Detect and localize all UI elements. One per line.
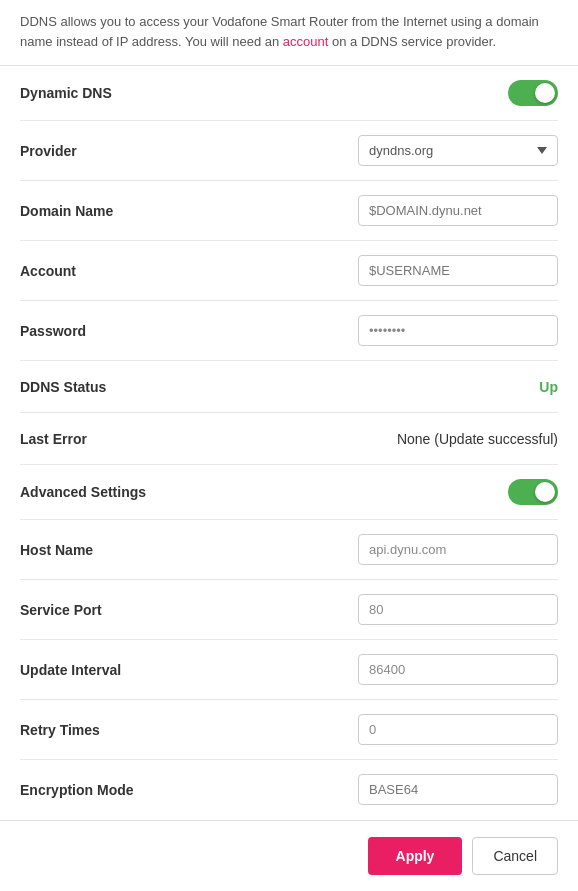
retry-times-label: Retry Times: [20, 722, 100, 738]
description-text: DDNS allows you to access your Vodafone …: [0, 0, 578, 66]
cancel-button[interactable]: Cancel: [472, 837, 558, 875]
form-section: Dynamic DNS Provider dyndns.org no-ip.co…: [0, 66, 578, 820]
host-name-input[interactable]: [358, 534, 558, 565]
domain-name-row: Domain Name: [20, 181, 558, 241]
dynamic-dns-label: Dynamic DNS: [20, 85, 112, 101]
last-error-value: None (Update successful): [397, 431, 558, 447]
update-interval-input[interactable]: [358, 654, 558, 685]
last-error-row: Last Error None (Update successful): [20, 413, 558, 465]
toggle-thumb: [535, 83, 555, 103]
footer-buttons: Apply Cancel: [0, 820, 578, 891]
domain-name-label: Domain Name: [20, 203, 113, 219]
host-name-label: Host Name: [20, 542, 93, 558]
account-link[interactable]: account: [283, 34, 329, 49]
ddns-status-value: Up: [539, 379, 558, 395]
dynamic-dns-toggle[interactable]: [508, 80, 558, 106]
advanced-settings-toggle[interactable]: [508, 479, 558, 505]
description-after: on a DDNS service provider.: [328, 34, 496, 49]
page-container: DDNS allows you to access your Vodafone …: [0, 0, 578, 891]
advanced-toggle-thumb: [535, 482, 555, 502]
domain-name-input[interactable]: [358, 195, 558, 226]
update-interval-label: Update Interval: [20, 662, 121, 678]
account-label: Account: [20, 263, 76, 279]
advanced-settings-label: Advanced Settings: [20, 484, 146, 500]
password-input[interactable]: [358, 315, 558, 346]
advanced-settings-row: Advanced Settings: [20, 465, 558, 520]
password-row: Password: [20, 301, 558, 361]
service-port-label: Service Port: [20, 602, 102, 618]
provider-select[interactable]: dyndns.org no-ip.com dynu.com zoneedit.c…: [358, 135, 558, 166]
ddns-status-label: DDNS Status: [20, 379, 106, 395]
apply-button[interactable]: Apply: [368, 837, 463, 875]
host-name-row: Host Name: [20, 520, 558, 580]
last-error-label: Last Error: [20, 431, 87, 447]
retry-times-row: Retry Times: [20, 700, 558, 760]
service-port-row: Service Port: [20, 580, 558, 640]
retry-times-input[interactable]: [358, 714, 558, 745]
encryption-mode-input[interactable]: [358, 774, 558, 805]
encryption-mode-label: Encryption Mode: [20, 782, 134, 798]
account-input[interactable]: [358, 255, 558, 286]
provider-row: Provider dyndns.org no-ip.com dynu.com z…: [20, 121, 558, 181]
account-row: Account: [20, 241, 558, 301]
password-label: Password: [20, 323, 86, 339]
provider-label: Provider: [20, 143, 77, 159]
ddns-status-row: DDNS Status Up: [20, 361, 558, 413]
service-port-input[interactable]: [358, 594, 558, 625]
update-interval-row: Update Interval: [20, 640, 558, 700]
encryption-mode-row: Encryption Mode: [20, 760, 558, 819]
dynamic-dns-row: Dynamic DNS: [20, 66, 558, 121]
